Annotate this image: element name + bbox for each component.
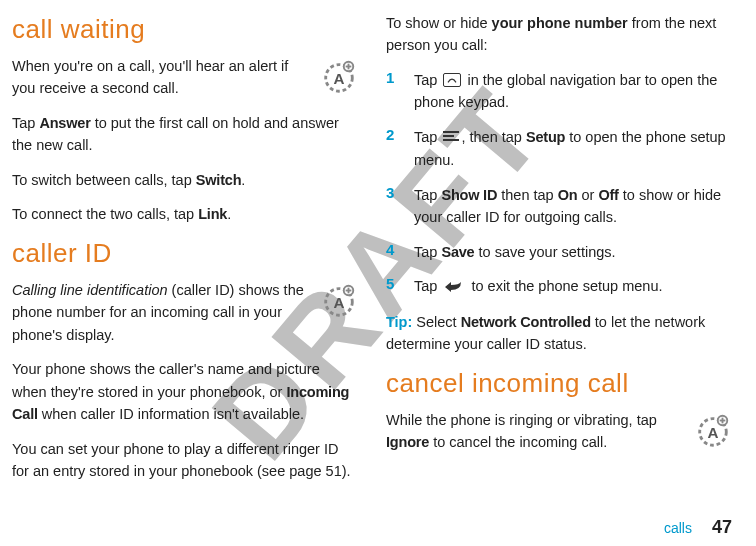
on-label: On bbox=[558, 187, 578, 203]
step-number: 1 bbox=[386, 69, 400, 114]
paragraph: You can set your phone to play a differe… bbox=[12, 438, 358, 483]
paragraph: A When you're on a call, you'll hear an … bbox=[12, 55, 358, 100]
feature-badge-icon: A bbox=[320, 57, 358, 95]
off-label: Off bbox=[598, 187, 618, 203]
svg-text:A: A bbox=[334, 293, 345, 310]
show-id-label: Show ID bbox=[441, 187, 497, 203]
step-text: Tap , then tap Setup to open the phone s… bbox=[414, 126, 732, 172]
step-row: 5 Tap to exit the phone setup menu. bbox=[386, 275, 732, 298]
section-title-caller-id: caller ID bbox=[12, 238, 358, 269]
svg-text:A: A bbox=[334, 70, 345, 87]
left-column: call waiting A When you're on a call, yo… bbox=[12, 12, 358, 495]
paragraph: To show or hide your phone number from t… bbox=[386, 12, 732, 57]
step-row: 1 Tap in the global navigation bar to op… bbox=[386, 69, 732, 114]
footer-section-name: calls bbox=[664, 520, 692, 536]
step-text: Tap to exit the phone setup menu. bbox=[414, 275, 732, 298]
paragraph: To connect the two calls, tap Link. bbox=[12, 203, 358, 225]
paragraph: A While the phone is ringing or vibratin… bbox=[386, 409, 732, 454]
paragraph: A Calling line identification (caller ID… bbox=[12, 279, 358, 346]
step-number: 5 bbox=[386, 275, 400, 298]
tip-label: Tip: bbox=[386, 314, 412, 330]
save-label: Save bbox=[441, 244, 474, 260]
tip-paragraph: Tip: Select Network Controlled to let th… bbox=[386, 311, 732, 356]
link-label: Link bbox=[198, 206, 227, 222]
section-title-cancel-incoming: cancel incoming call bbox=[386, 368, 732, 399]
menu-icon bbox=[443, 126, 459, 148]
step-number: 4 bbox=[386, 241, 400, 263]
step-text: Tap Show ID then tap On or Off to show o… bbox=[414, 184, 732, 229]
step-row: 3 Tap Show ID then tap On or Off to show… bbox=[386, 184, 732, 229]
step-number: 3 bbox=[386, 184, 400, 229]
setup-label: Setup bbox=[526, 129, 565, 145]
step-text: Tap Save to save your settings. bbox=[414, 241, 732, 263]
paragraph: To switch between calls, tap Switch. bbox=[12, 169, 358, 191]
back-arrow-icon bbox=[443, 278, 465, 300]
phone-keypad-icon bbox=[443, 73, 461, 87]
step-row: 2 Tap , then tap Setup to open the phone… bbox=[386, 126, 732, 172]
step-number: 2 bbox=[386, 126, 400, 172]
switch-label: Switch bbox=[196, 172, 242, 188]
right-column: To show or hide your phone number from t… bbox=[386, 12, 732, 495]
paragraph: Tap Answer to put the first call on hold… bbox=[12, 112, 358, 157]
page-footer: calls47 bbox=[664, 517, 732, 538]
section-title-call-waiting: call waiting bbox=[12, 14, 358, 45]
answer-label: Answer bbox=[39, 115, 90, 131]
network-controlled-label: Network Controlled bbox=[461, 314, 591, 330]
svg-text:A: A bbox=[708, 423, 719, 440]
step-text: Tap in the global navigation bar to open… bbox=[414, 69, 732, 114]
ignore-label: Ignore bbox=[386, 434, 429, 450]
step-row: 4 Tap Save to save your settings. bbox=[386, 241, 732, 263]
footer-page-number: 47 bbox=[712, 517, 732, 537]
feature-badge-icon: A bbox=[694, 411, 732, 449]
paragraph: Your phone shows the caller's name and p… bbox=[12, 358, 358, 425]
feature-badge-icon: A bbox=[320, 281, 358, 319]
